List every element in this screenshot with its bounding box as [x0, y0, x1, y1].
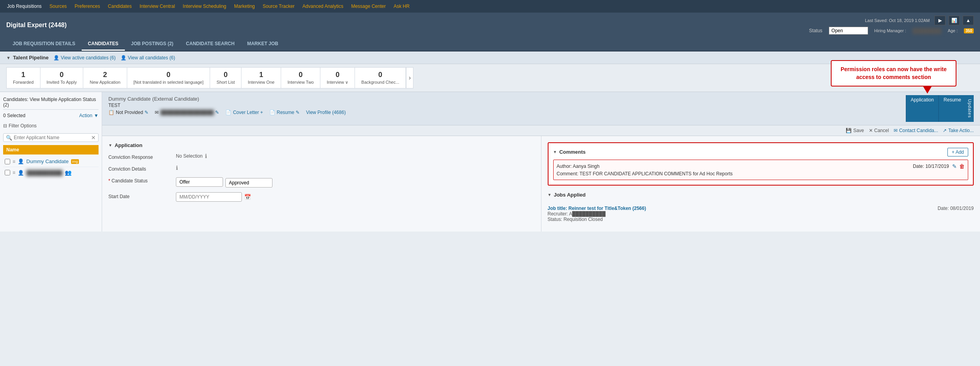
stage-forwarded[interactable]: 1 Forwarded: [6, 67, 40, 88]
stage-count-not-translated: 0: [133, 71, 204, 79]
age-badge: 350: [964, 28, 974, 33]
candidate-status-row: Candidate Status Offer Approved: [108, 177, 535, 188]
right-panel: Dummy Candidate (External Candidate) TES…: [102, 92, 980, 232]
action-button[interactable]: Action ▼: [79, 113, 99, 118]
name-header: Name: [3, 145, 99, 154]
tab-job-requisition-details[interactable]: JOB REQUISITION DETAILS: [6, 38, 82, 51]
stage-short-list[interactable]: 0 Short List: [210, 67, 241, 88]
candidate-name-1[interactable]: Dummy Candidate: [26, 158, 69, 164]
candidate-status-select[interactable]: Offer: [176, 177, 223, 187]
nav-sources[interactable]: Sources: [46, 2, 70, 11]
comments-title: ▼ Comments: [553, 149, 586, 155]
conviction-response-row: Conviction Response No Selection ℹ: [108, 153, 535, 160]
tab-candidate-search[interactable]: CANDIDATE SEARCH: [180, 38, 241, 51]
help-icon-conviction[interactable]: ℹ: [205, 153, 207, 159]
chevron-down-icon: ▼: [94, 113, 99, 118]
candidate-info-row: 📋 Not Provided ✎ ✉ ████████████████ ✎ 📄: [108, 110, 346, 115]
chart-icon-button[interactable]: 📊: [949, 16, 960, 25]
nav-source-tracker[interactable]: Source Tracker: [260, 2, 298, 11]
nav-interview-central[interactable]: Interview Central: [137, 2, 178, 11]
stage-interview-one[interactable]: 1 Interview One: [241, 67, 281, 88]
candidate-action-icon-2[interactable]: 👥: [65, 169, 71, 176]
comment-meta: Author: Aanya Singh Date: 10/17/2019 ✎ 🗑: [557, 163, 965, 169]
candidate-checkbox-2[interactable]: [5, 170, 10, 175]
nav-job-requisitions[interactable]: Job Requisitions: [4, 2, 45, 11]
candidate-test-label: TEST: [108, 103, 346, 108]
save-button[interactable]: 💾 Save: [846, 128, 864, 133]
stage-interview-two[interactable]: 0 Interview Two: [281, 67, 320, 88]
status-row: Status Open Hiring Manager : ████████ Ag…: [809, 27, 974, 35]
stage-not-translated[interactable]: 0 [Not translated in selected language]: [127, 67, 210, 88]
calendar-icon[interactable]: 📅: [244, 194, 251, 200]
status-select[interactable]: Open: [829, 27, 868, 35]
nav-advanced-analytics[interactable]: Advanced Analytics: [299, 2, 346, 11]
job-status: Status: Requisition Closed: [548, 217, 974, 222]
age-label: Age :: [948, 28, 958, 33]
view-active-candidates-link[interactable]: 👤 View active candidates (6): [53, 55, 116, 61]
candidate-checkbox-1[interactable]: [5, 159, 10, 164]
chevron-up-icon-button[interactable]: ▲: [963, 16, 974, 25]
start-date-label: Start Date: [108, 192, 171, 199]
info-resume[interactable]: 📄 Resume ✎: [269, 110, 300, 115]
person-icon: 👤: [53, 55, 59, 61]
info-view-profile[interactable]: View Profile (4686): [306, 110, 346, 115]
status-label: Status: [809, 28, 823, 33]
stage-interview-dropdown[interactable]: 0 Interview ∨: [320, 67, 355, 88]
resume-icon: 📄: [269, 110, 275, 115]
nav-candidates[interactable]: Candidates: [105, 2, 135, 11]
view-all-candidates-link[interactable]: 👤 View all candidates (6): [121, 55, 176, 61]
info-cover-letter[interactable]: 📄 Cover Letter +: [225, 110, 263, 115]
play-icon-button[interactable]: ▶: [934, 16, 945, 25]
nav-preferences[interactable]: Preferences: [71, 2, 103, 11]
nav-ask-hr[interactable]: Ask HR: [390, 2, 413, 11]
chevron-down-icon: ▼: [6, 55, 11, 60]
edit-resume-icon[interactable]: ✎: [296, 110, 300, 115]
start-date-input[interactable]: [176, 192, 242, 202]
nav-interview-scheduling[interactable]: Interview Scheduling: [180, 2, 230, 11]
take-action-button[interactable]: ↗ Take Actio...: [943, 128, 974, 133]
search-clear-icon[interactable]: ✕: [91, 134, 96, 141]
lower-section: Candidates: View Multiple Application St…: [0, 92, 980, 232]
stage-count-new-app: 2: [90, 71, 120, 79]
stage-next-arrow[interactable]: ›: [406, 67, 413, 88]
edit-phone-icon[interactable]: ✎: [144, 110, 148, 115]
candidates-panel-header: Candidates: View Multiple Application St…: [3, 95, 99, 110]
pipeline-stages-wrapper: 1 Forwarded 0 Invited To Apply 2 New App…: [0, 64, 980, 92]
stage-count-interview-two: 0: [287, 71, 314, 79]
person-icon-2: 👤: [121, 55, 126, 61]
delete-comment-icon[interactable]: 🗑: [959, 163, 965, 169]
cover-letter-icon: 📄: [225, 110, 231, 115]
jobs-applied-title: ▼ Jobs Applied: [548, 192, 974, 198]
filter-options[interactable]: ⊟ Filter Options: [3, 121, 99, 130]
cancel-button[interactable]: ✕ Cancel: [869, 128, 889, 133]
mail-icon: ✉: [894, 128, 898, 133]
search-box: 🔍 ✕: [3, 133, 99, 142]
stage-label-not-translated: [Not translated in selected language]: [133, 80, 204, 85]
stage-new-application[interactable]: 2 New Application: [83, 67, 127, 88]
stage-background-check[interactable]: 0 Background Chec...: [355, 67, 406, 88]
contact-candidate-button[interactable]: ✉ Contact Candida...: [894, 128, 938, 133]
candidate-name-2[interactable]: ██████████: [26, 170, 62, 176]
edit-email-icon[interactable]: ✎: [215, 110, 219, 115]
tab-application[interactable]: Application: [906, 95, 939, 122]
comment-entry: Author: Aanya Singh Date: 10/17/2019 ✎ 🗑: [553, 160, 969, 180]
job-title-link[interactable]: Job title: Reinner test for Title&Token …: [548, 206, 646, 211]
comment-author: Author: Aanya Singh: [557, 164, 600, 169]
search-input[interactable]: [14, 135, 91, 140]
approval-select[interactable]: Approved: [225, 178, 272, 188]
nav-marketing[interactable]: Marketing: [231, 2, 258, 11]
conviction-response-label: Conviction Response: [108, 153, 171, 160]
tab-updates[interactable]: Updates: [966, 95, 974, 122]
tab-market-job[interactable]: MARKET JOB: [241, 38, 284, 51]
add-comment-button[interactable]: + Add: [947, 148, 968, 156]
stage-label-interview-one: Interview One: [248, 80, 274, 85]
tab-resume[interactable]: Resume: [938, 95, 966, 122]
stage-invited[interactable]: 0 Invited To Apply: [40, 67, 84, 88]
tab-candidates[interactable]: CANDIDATES: [82, 38, 125, 51]
info-email: ✉ ████████████████ ✎: [155, 110, 219, 115]
tab-job-postings[interactable]: JOB POSTINGS (2): [125, 38, 180, 51]
application-column: ▼ Application Conviction Response No Sel…: [102, 136, 541, 232]
help-icon-details[interactable]: ℹ: [176, 165, 178, 171]
nav-message-center[interactable]: Message Center: [348, 2, 389, 11]
edit-comment-icon[interactable]: ✎: [952, 163, 957, 169]
